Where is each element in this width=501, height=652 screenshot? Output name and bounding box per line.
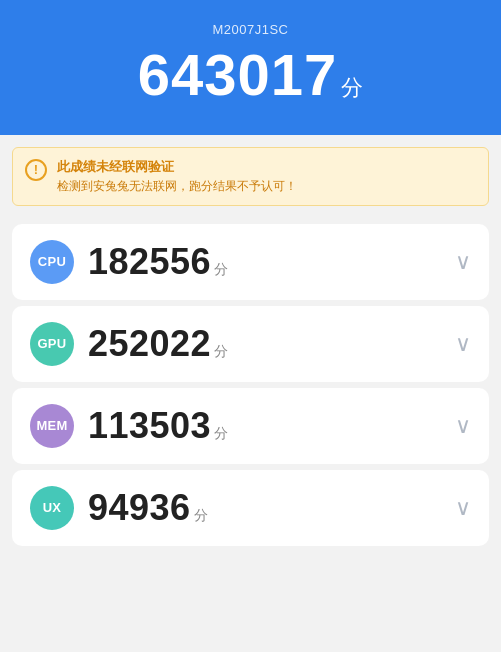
cpu-badge: CPU <box>30 240 74 284</box>
cpu-card-left: CPU 182556 分 <box>30 240 228 284</box>
cpu-card[interactable]: CPU 182556 分 ∨ <box>12 224 489 300</box>
gpu-fen: 分 <box>214 343 228 361</box>
warning-text: 此成绩未经联网验证 检测到安兔兔无法联网，跑分结果不予认可！ <box>57 158 476 195</box>
gpu-badge: GPU <box>30 322 74 366</box>
mem-fen: 分 <box>214 425 228 443</box>
mem-card[interactable]: MEM 113503 分 ∨ <box>12 388 489 464</box>
gpu-card[interactable]: GPU 252022 分 ∨ <box>12 306 489 382</box>
mem-card-left: MEM 113503 分 <box>30 404 228 448</box>
gpu-card-left: GPU 252022 分 <box>30 322 228 366</box>
score-header: M2007J1SC 643017 分 <box>0 0 501 135</box>
ux-fen: 分 <box>194 507 208 525</box>
total-fen-label: 分 <box>341 73 363 103</box>
cpu-score-row: 182556 分 <box>88 244 228 280</box>
mem-badge: MEM <box>30 404 74 448</box>
warning-title: 此成绩未经联网验证 <box>57 158 476 176</box>
ux-score: 94936 <box>88 490 191 526</box>
total-score-row: 643017 分 <box>20 43 481 107</box>
ux-badge: UX <box>30 486 74 530</box>
ux-expand-icon[interactable]: ∨ <box>455 497 471 519</box>
score-cards-container: CPU 182556 分 ∨ GPU 252022 分 ∨ MEM 113503… <box>0 214 501 560</box>
gpu-expand-icon[interactable]: ∨ <box>455 333 471 355</box>
gpu-score: 252022 <box>88 326 211 362</box>
warning-icon: ! <box>25 159 47 181</box>
warning-desc: 检测到安兔兔无法联网，跑分结果不予认可！ <box>57 178 476 195</box>
gpu-score-row: 252022 分 <box>88 326 228 362</box>
device-name: M2007J1SC <box>20 22 481 37</box>
cpu-fen: 分 <box>214 261 228 279</box>
cpu-expand-icon[interactable]: ∨ <box>455 251 471 273</box>
mem-score-row: 113503 分 <box>88 408 228 444</box>
warning-banner: ! 此成绩未经联网验证 检测到安兔兔无法联网，跑分结果不予认可！ <box>12 147 489 206</box>
cpu-score: 182556 <box>88 244 211 280</box>
mem-score: 113503 <box>88 408 211 444</box>
ux-score-row: 94936 分 <box>88 490 208 526</box>
ux-card-left: UX 94936 分 <box>30 486 208 530</box>
total-score: 643017 <box>138 43 338 107</box>
mem-expand-icon[interactable]: ∨ <box>455 415 471 437</box>
ux-card[interactable]: UX 94936 分 ∨ <box>12 470 489 546</box>
